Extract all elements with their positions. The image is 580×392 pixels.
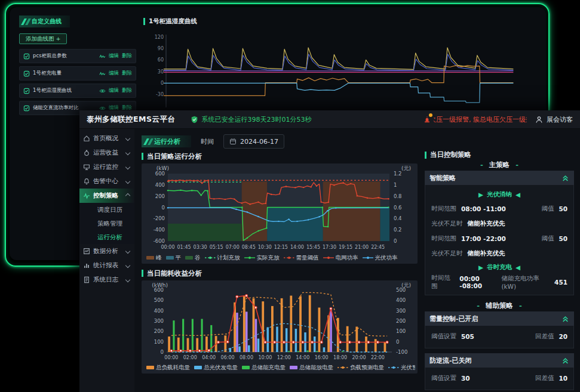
energy-chart-legend: 总负载耗电量总光伏发电量总储能充电量总储能放电量负载预测电量光伏预◀1/2▶ (144, 362, 415, 374)
axis-label: 16:00 (315, 355, 329, 360)
sidebar-subitem[interactable]: 策略管理 (79, 217, 134, 230)
aux-card-header[interactable]: 防逆流-已关闭 (425, 353, 574, 368)
app-header: 泰州多储联控EMS云平台 系统已安全运行398天23时01分53秒 (79, 110, 580, 129)
axis-label: 21:00 (355, 245, 369, 250)
chevron-down-icon (125, 150, 130, 155)
kv-value: 17:00 -22:00 (461, 235, 506, 242)
axis-label: 0 (161, 81, 164, 86)
chevron-down-icon (125, 165, 130, 169)
curve-list-item[interactable]: 1号柜充电量编辑删除 (19, 66, 136, 81)
bell-icon (83, 178, 90, 185)
kv-pair: 阈值50 (541, 205, 567, 213)
axis-label: 400 (154, 308, 164, 314)
chevron-down-icon (125, 179, 130, 184)
axis-label: 0 (396, 339, 399, 345)
main-strategy-label: 主策略 (489, 160, 510, 169)
axis-label: 04:00 (202, 355, 216, 360)
legend-item[interactable]: 实际充放 (244, 254, 280, 262)
legend-item[interactable]: 峰 (146, 254, 162, 262)
legend-item[interactable]: 谷 (185, 254, 201, 262)
legend-item[interactable]: 负载预测电量 (337, 364, 384, 372)
curve-list-item[interactable]: pcs柜前总参数编辑删除 (19, 49, 136, 63)
legend-item[interactable]: 平 (166, 254, 182, 262)
legend-label: 负载预测电量 (350, 364, 384, 372)
axis-label: 07:00 (226, 245, 240, 250)
collapse-double-chevron-icon[interactable] (561, 174, 569, 182)
legend-item[interactable]: 计划充放 (205, 254, 240, 262)
calendar-icon (229, 138, 237, 145)
legend-item[interactable]: 电网功率 (323, 254, 358, 262)
edit-link[interactable]: 编辑 (109, 87, 119, 94)
sidebar-item-label: 系统日志 (93, 276, 123, 284)
strategy-section-header: ▶谷时充电◀ (431, 261, 567, 274)
sidebar-subitem[interactable]: 运行分析 (79, 230, 134, 244)
legend-label: 总储能充电量 (251, 364, 286, 372)
smart-strategy-header[interactable]: 智能策略 (425, 171, 574, 185)
main-strategy-divider: - 主策略 - (425, 160, 574, 169)
kv-key: 光伏不足时 (431, 220, 463, 228)
delete-link[interactable]: 删除 (122, 53, 132, 60)
log-icon (83, 276, 90, 283)
sidebar-item[interactable]: 告警中心 (79, 174, 134, 189)
edit-link[interactable]: 编辑 (109, 70, 119, 77)
axis-label: 400 (155, 182, 165, 188)
legend-item[interactable]: 总储能充电量 (242, 364, 286, 372)
eye-icon[interactable] (99, 88, 106, 94)
sidebar-item[interactable]: 运营收益 (79, 146, 134, 160)
curve-list-item[interactable]: 1号柜温湿度曲线编辑删除 (19, 84, 136, 98)
delete-link[interactable]: 删除 (122, 70, 132, 77)
add-curve-button[interactable]: 添加曲线图 + (19, 33, 67, 44)
collapse-double-chevron-icon[interactable] (561, 315, 569, 323)
sidebar-subitem[interactable]: 调度日历 (79, 203, 134, 217)
kv-value: 储能补充优先 (468, 220, 505, 228)
legend-item[interactable]: 光伏功率 (363, 254, 398, 262)
strategy-kv-row: 时间范围17:00 -22:00阈值50 (431, 231, 567, 246)
tab-run-analysis[interactable]: 运行分析 (142, 135, 191, 147)
control-panel-title: 当日控制策略 (430, 150, 471, 159)
axis-label: 20:00 (352, 355, 366, 360)
axis-label: 100 (396, 328, 406, 334)
alarm-area[interactable]: 欠压一级报警, 簇总电压欠压一级报警, 簇SO (423, 115, 527, 124)
collapse-double-chevron-icon[interactable] (561, 357, 569, 365)
legend-label: 光伏功率 (375, 254, 398, 262)
alarm-siren-icon[interactable] (423, 115, 431, 124)
axis-label: 500 (154, 297, 164, 303)
kv-pair: 光伏不足时储能补充优先 (431, 220, 505, 228)
kv-value: 50 (558, 235, 567, 242)
legend-label: 总储能放电量 (299, 364, 333, 372)
user-area[interactable]: 展会访客 (535, 115, 573, 124)
delete-link[interactable]: 删除 (122, 87, 132, 94)
sidebar-item[interactable]: 统计报表 (79, 258, 134, 273)
wave-icon[interactable] (99, 70, 106, 77)
legend-label: 光伏预 (401, 364, 415, 372)
axis-label: 10:00 (258, 355, 272, 360)
date-picker[interactable]: 2024-06-17 (223, 134, 284, 149)
kv-value: 30 (461, 375, 470, 382)
edit-link[interactable]: 编辑 (109, 53, 119, 60)
sidebar-submenu: 调度日历策略管理运行分析 (79, 203, 134, 244)
legend-item[interactable]: 需量阈值 (284, 254, 319, 262)
wave-icon[interactable] (99, 53, 106, 60)
legend-item[interactable]: 总光伏发电量 (194, 364, 238, 372)
tab-custom-curves[interactable]: 自定义曲线 (19, 16, 70, 27)
legend-label: 电网功率 (336, 254, 358, 262)
sidebar-item[interactable]: 数据分析 (79, 244, 134, 258)
axis-label: 120 (155, 35, 164, 40)
kv-value: 08:00 -11:00 (461, 205, 506, 212)
sidebar-item[interactable]: 首页概况 (79, 131, 134, 146)
curve-list: pcs柜前总参数编辑删除1号柜充电量编辑删除1号柜温湿度曲线编辑删除储能交直流功… (19, 49, 136, 115)
axis-label: 06:00 (221, 355, 235, 360)
aux-card-header[interactable]: 需量控制-已开启 (425, 311, 574, 326)
legend-item[interactable]: 光伏预 (388, 364, 415, 372)
monitor-icon (83, 163, 90, 171)
legend-label: 需量阈值 (296, 254, 319, 262)
sidebar-item[interactable]: 系统日志 (79, 273, 134, 287)
legend-item[interactable]: 总储能放电量 (290, 364, 333, 372)
legend-item[interactable]: 总负载耗电量 (146, 364, 190, 372)
sidebar-item[interactable]: 运行监控 (79, 160, 134, 174)
section-marker (143, 18, 145, 25)
sidebar-item[interactable]: 控制策略 (79, 189, 134, 203)
strategy-kv-row: 光伏不足时储能补充优先 (431, 216, 567, 231)
toolbar: 运行分析 时间 2024-06-17 (142, 132, 574, 150)
arrow-right-icon: ◀ (515, 191, 520, 198)
